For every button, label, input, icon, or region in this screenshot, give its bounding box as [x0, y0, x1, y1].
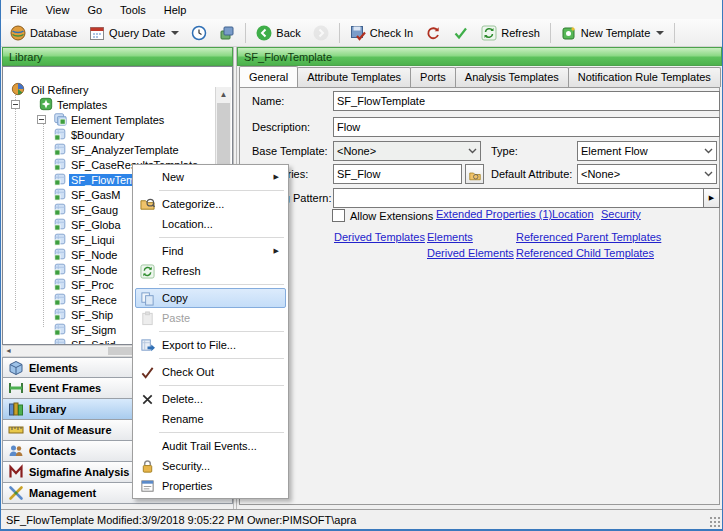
- type-select[interactable]: Element Flow: [577, 141, 717, 161]
- status-text: SF_FlowTemplate Modified:3/9/2018 9:05:2…: [6, 514, 356, 526]
- refresh-icon: [140, 264, 155, 279]
- refresh-button[interactable]: Refresh: [475, 21, 546, 45]
- menu-view[interactable]: View: [37, 2, 79, 18]
- menu-separator: [159, 432, 284, 433]
- undo-checkout-button[interactable]: [419, 21, 447, 45]
- link-elements[interactable]: Elements: [427, 231, 473, 243]
- menu-item-label: Location...: [158, 218, 213, 230]
- back-button[interactable]: Back: [250, 21, 306, 45]
- collapse-expander-icon[interactable]: [37, 115, 46, 124]
- sidebar-item-label: Contacts: [29, 445, 76, 457]
- template-icon: [53, 322, 67, 336]
- allow-extensions-checkbox[interactable]: [332, 209, 345, 222]
- lock-icon: [140, 459, 155, 474]
- menu-item-categorize[interactable]: Categorize...: [135, 194, 286, 214]
- menu-item-label: Export to File...: [158, 339, 236, 351]
- tab-attribute-templates[interactable]: Attribute Templates: [297, 67, 411, 87]
- menu-item-delete[interactable]: Delete...: [135, 389, 286, 409]
- base-template-label: Base Template:: [252, 145, 328, 157]
- tree-guide-line: [43, 117, 44, 327]
- database-label: Database: [30, 27, 77, 39]
- name-input[interactable]: [333, 91, 720, 111]
- menu-go[interactable]: Go: [78, 2, 111, 18]
- browse-categories-button[interactable]: [465, 164, 484, 184]
- menu-tools[interactable]: Tools: [111, 2, 155, 18]
- forward-icon: [313, 25, 329, 41]
- export-icon: [140, 338, 155, 353]
- name-label: Name:: [252, 95, 284, 107]
- menu-separator: [159, 358, 284, 359]
- query-date-button[interactable]: Query Date: [83, 21, 185, 45]
- chevron-down-icon: [656, 31, 664, 35]
- chevron-down-icon[interactable]: [464, 142, 480, 160]
- menu-item-new[interactable]: New▶: [135, 167, 286, 187]
- menu-item-rename[interactable]: Rename: [135, 409, 286, 429]
- main-area: Library Oil RefineryTemplatesElement Tem…: [1, 47, 722, 509]
- link-derived-elements[interactable]: Derived Elements: [427, 247, 514, 259]
- time-range-button[interactable]: [185, 21, 213, 45]
- menu-separator: [159, 284, 284, 285]
- menu-item-audit-trail-events[interactable]: Audit Trail Events...: [135, 436, 286, 456]
- chevron-down-icon[interactable]: [700, 142, 716, 160]
- tab-notification-rule-templates[interactable]: Notification Rule Templates: [568, 67, 721, 87]
- resize-grip[interactable]: [710, 517, 720, 527]
- check-in-button[interactable]: Check In: [344, 21, 419, 45]
- menu-item-check-out[interactable]: Check Out: [135, 362, 286, 382]
- clock-icon: [191, 25, 207, 41]
- template-icon: [53, 292, 67, 306]
- layers-button[interactable]: [213, 21, 241, 45]
- forward-button[interactable]: [307, 21, 335, 45]
- link-derived-templates[interactable]: Derived Templates: [334, 231, 425, 243]
- menu-item-properties[interactable]: Properties: [135, 476, 286, 496]
- tab-ports[interactable]: Ports: [410, 67, 456, 87]
- tree-item-label: SF_Gaug: [69, 204, 120, 216]
- link-extended-properties-1[interactable]: Extended Properties (1): [436, 208, 552, 220]
- oil-refinery-icon: [11, 82, 25, 96]
- menu-item-location[interactable]: Location...: [135, 214, 286, 234]
- event-frames-icon: [8, 380, 24, 396]
- templates-icon: [39, 97, 53, 111]
- collapse-expander-icon[interactable]: [11, 100, 20, 109]
- new-template-button[interactable]: New Template: [555, 21, 671, 45]
- template-icon: [53, 142, 67, 156]
- base-template-select[interactable]: <None>: [333, 141, 481, 161]
- naming-pattern-input[interactable]: [333, 188, 704, 208]
- default-attribute-label: Default Attribute:: [491, 168, 572, 180]
- link-referenced-child-templates[interactable]: Referenced Child Templates: [516, 247, 654, 259]
- menu-item-label: Categorize...: [158, 198, 224, 210]
- menu-item-label: Refresh: [158, 265, 201, 277]
- menu-item-label: Security...: [158, 460, 210, 472]
- default-attribute-select[interactable]: <None>: [577, 164, 717, 184]
- chevron-down-icon[interactable]: [700, 165, 716, 183]
- naming-pattern-menu-button[interactable]: ▶: [703, 188, 720, 208]
- link-security[interactable]: Security: [601, 208, 641, 220]
- menu-item-security[interactable]: Security...: [135, 456, 286, 476]
- folder-icon: [469, 168, 481, 180]
- tab-general[interactable]: General: [239, 66, 298, 87]
- menu-file[interactable]: File: [1, 2, 37, 18]
- menu-help[interactable]: Help: [155, 2, 196, 18]
- type-label: Type:: [491, 145, 518, 157]
- tree-item-label: SF_Proc: [69, 279, 116, 291]
- menu-item-export-to-file[interactable]: Export to File...: [135, 335, 286, 355]
- back-icon: [256, 25, 272, 41]
- link-location[interactable]: Location: [552, 208, 594, 220]
- sidebar-item-label: Library: [29, 403, 66, 415]
- editor-panel-header: SF_FlowTemplate: [237, 47, 722, 66]
- database-button[interactable]: Database: [4, 21, 83, 45]
- menu-item-paste: Paste: [135, 308, 286, 328]
- link-referenced-parent-templates[interactable]: Referenced Parent Templates: [516, 231, 661, 243]
- description-input[interactable]: [333, 117, 720, 137]
- apply-button[interactable]: [447, 21, 475, 45]
- scroll-up-icon[interactable]: ▲: [216, 87, 231, 102]
- calendar-icon: [89, 25, 105, 41]
- scroll-left-icon[interactable]: ◄: [5, 346, 12, 356]
- sigmafine-icon: [8, 464, 24, 480]
- menu-item-copy[interactable]: Copy: [135, 288, 286, 308]
- cube-icon: [8, 360, 24, 376]
- categories-input[interactable]: [333, 164, 462, 184]
- menu-item-find[interactable]: Find▶: [135, 241, 286, 261]
- layers-icon: [219, 25, 235, 41]
- menu-item-refresh[interactable]: Refresh: [135, 261, 286, 281]
- tab-analysis-templates[interactable]: Analysis Templates: [455, 67, 569, 87]
